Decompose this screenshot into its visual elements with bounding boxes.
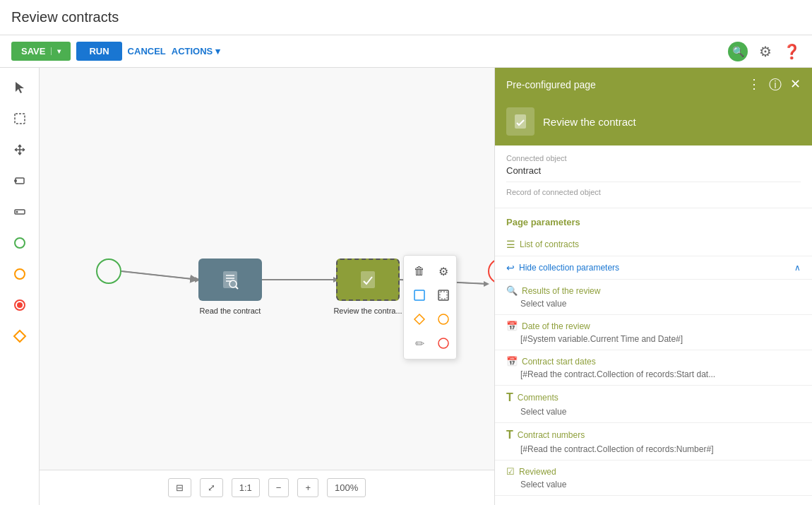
start-dates-label: Contract start dates [522, 357, 596, 367]
review-contract-node[interactable] [336, 259, 400, 301]
actions-button[interactable]: ACTIONS ▾ [172, 46, 220, 57]
remove-icon[interactable] [434, 333, 453, 353]
reviewed-value[interactable]: Select value [506, 480, 801, 489]
orange-circle-tool[interactable] [8, 263, 31, 285]
shape-diamond-icon[interactable] [410, 309, 429, 329]
param-date: 📅 Date of the review [#System variable.C… [495, 315, 812, 350]
edit-icon[interactable]: ✏ [410, 333, 429, 353]
svg-rect-1 [15, 114, 25, 124]
zoom-in-button[interactable]: + [297, 478, 318, 497]
read-contract-node[interactable] [198, 259, 262, 301]
collection-label: Hide collection parameters [519, 263, 619, 273]
help-icon[interactable]: ❓ [783, 43, 801, 60]
settings-icon[interactable]: ⚙ [434, 261, 453, 281]
collection-chevron: ∧ [794, 263, 801, 273]
shape-dots-icon[interactable] [434, 285, 453, 305]
shape-orange-circle-icon[interactable] [434, 309, 453, 329]
save-dropdown-arrow[interactable]: ▾ [51, 47, 61, 55]
param-reviewed: ☑ Reviewed Select value [495, 461, 812, 496]
zoom-ratio-button[interactable]: 1:1 [232, 478, 260, 497]
svg-point-9 [17, 302, 23, 308]
zoom-percent-button[interactable]: 100% [327, 478, 366, 497]
date-label: Date of the review [522, 321, 590, 331]
params-header: Page parameters [495, 208, 812, 233]
date-value[interactable]: [#System variable.Current Time and Date#… [506, 334, 801, 344]
component-tool[interactable] [8, 201, 31, 223]
fit-screen-button[interactable]: ⤢ [200, 478, 223, 497]
search-icon[interactable]: 🔍 [728, 42, 748, 61]
connected-object-value: Contract [506, 165, 801, 182]
main-layout: Read the contract Review the contra... 🗑… [0, 68, 812, 505]
header: Review contracts [0, 0, 812, 35]
reviewed-label: Reviewed [519, 467, 556, 477]
list-contracts-label: List of contracts [520, 239, 579, 249]
param-comments: T Comments Select value [495, 386, 812, 423]
start-dates-icon: 📅 [506, 356, 518, 367]
start-node[interactable] [96, 259, 121, 284]
red-circle-tool[interactable] [8, 294, 31, 316]
split-view-button[interactable]: ⊟ [168, 478, 191, 497]
svg-rect-33 [515, 114, 526, 129]
list-icon: ☰ [506, 239, 515, 250]
zoom-out-button[interactable]: − [268, 478, 289, 497]
page-title: Review contracts [11, 9, 801, 25]
panel-node-icon [506, 107, 535, 136]
panel-header-icons: ⋮ ⓘ ✕ [748, 76, 801, 93]
panel-body: Connected object Contract Record of conn… [495, 145, 812, 505]
review-contract-label: Review the contra... [333, 307, 403, 315]
circle-tool[interactable] [8, 232, 31, 254]
param-start-dates: 📅 Contract start dates [#Read the contra… [495, 350, 812, 386]
record-label: Record of connected object [506, 188, 801, 196]
svg-line-14 [121, 271, 198, 280]
connected-object-label: Connected object [506, 154, 801, 162]
gear-icon[interactable]: ⚙ [759, 43, 772, 60]
results-label: Results of the review [522, 286, 600, 296]
svg-marker-30 [414, 314, 424, 324]
delete-icon[interactable]: 🗑 [410, 261, 429, 281]
date-icon: 📅 [506, 321, 518, 331]
start-dates-value[interactable]: [#Read the contract.Collection of record… [506, 369, 801, 379]
list-contracts-row[interactable]: ☰ List of contracts [495, 233, 812, 256]
svg-marker-0 [16, 82, 24, 93]
collection-row[interactable]: ↩ Hide collection parameters ∧ [495, 256, 812, 280]
panel-header: Pre-configured page ⋮ ⓘ ✕ Review the con… [495, 68, 812, 145]
comments-icon: T [506, 391, 513, 404]
canvas-area: Read the contract Review the contra... 🗑… [40, 68, 494, 505]
save-button[interactable]: SAVE ▾ [11, 42, 71, 61]
panel-info-icon[interactable]: ⓘ [769, 76, 782, 93]
svg-point-5 [16, 211, 18, 213]
panel-title: Pre-configured page [506, 79, 596, 90]
connected-object-section: Connected object Contract Record of conn… [495, 145, 812, 208]
run-button[interactable]: RUN [76, 42, 121, 61]
results-value[interactable]: Select value [506, 299, 801, 309]
select-tool[interactable] [8, 76, 31, 99]
read-contract-label: Read the contract [195, 307, 265, 315]
panel-close-icon[interactable]: ✕ [790, 76, 801, 93]
comments-label: Comments [518, 393, 559, 403]
shape-tool[interactable] [8, 170, 31, 192]
svg-point-32 [438, 338, 448, 348]
right-panel: Pre-configured page ⋮ ⓘ ✕ Review the con… [494, 68, 812, 505]
svg-point-7 [15, 269, 25, 279]
contract-numbers-value[interactable]: [#Read the contract.Collection of record… [506, 444, 801, 454]
toolbar: SAVE ▾ RUN CANCEL ACTIONS ▾ 🔍 ⚙ ❓ [0, 35, 812, 68]
canvas[interactable]: Read the contract Review the contra... 🗑… [40, 68, 494, 470]
svg-point-31 [438, 314, 448, 324]
shape-square-icon[interactable] [410, 285, 429, 305]
svg-rect-29 [440, 292, 447, 299]
panel-more-icon[interactable]: ⋮ [748, 76, 760, 93]
move-tool[interactable] [8, 138, 31, 161]
diamond-tool[interactable] [8, 325, 31, 347]
svg-line-25 [236, 287, 238, 289]
end-node[interactable] [488, 259, 494, 284]
svg-point-6 [15, 238, 25, 248]
left-toolbar [0, 68, 40, 505]
svg-rect-27 [414, 290, 424, 300]
cancel-button[interactable]: CANCEL [128, 46, 166, 57]
select-area-tool[interactable] [8, 107, 31, 130]
panel-subtitle: Review the contract [543, 116, 636, 128]
svg-marker-19 [484, 281, 489, 287]
param-contract-numbers: T Contract numbers [#Read the contract.C… [495, 423, 812, 461]
comments-value[interactable]: Select value [506, 407, 801, 417]
contract-numbers-label: Contract numbers [518, 430, 585, 440]
